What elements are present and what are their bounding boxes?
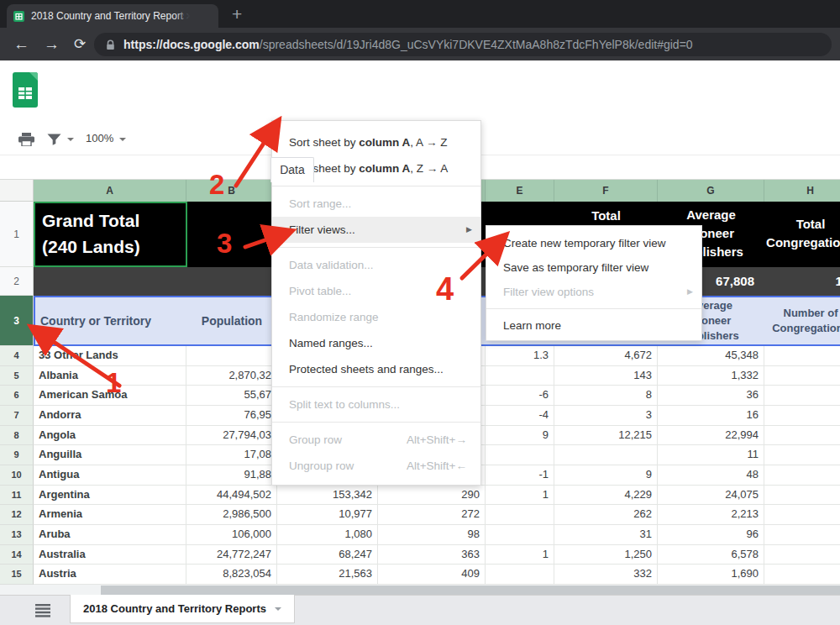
- cell-e[interactable]: [486, 505, 554, 525]
- menu-item-create-filter-view[interactable]: Create new temporary filter view: [486, 231, 701, 255]
- column-header-e[interactable]: E: [486, 180, 554, 202]
- column-header-a[interactable]: A: [34, 180, 186, 202]
- cell-f[interactable]: 1,250: [554, 545, 658, 565]
- cell-e[interactable]: 1: [486, 545, 554, 565]
- browser-tab[interactable]: 2018 Country and Territory Reports ×: [7, 4, 218, 28]
- cell-g[interactable]: 2,213: [658, 505, 764, 525]
- cell-population[interactable]: 8,823,054: [186, 565, 277, 585]
- cell-population[interactable]: 44,494,502: [186, 486, 277, 506]
- cell-g[interactable]: 16: [658, 406, 764, 426]
- horizontal-scrollbar-thumb[interactable]: [101, 586, 840, 595]
- cell-c[interactable]: 10,977: [277, 505, 378, 525]
- menu-item-learn-more[interactable]: Learn more: [486, 313, 701, 338]
- cell-g[interactable]: 48: [658, 465, 764, 486]
- cell-country[interactable]: 33 Other Lands: [34, 346, 186, 366]
- cell-country[interactable]: Aruba: [34, 525, 186, 545]
- cell-f[interactable]: 31: [554, 525, 658, 545]
- all-sheets-icon[interactable]: [35, 604, 50, 617]
- row-number[interactable]: 5: [0, 366, 34, 386]
- cell-f[interactable]: 12,215: [554, 426, 658, 446]
- cell-c[interactable]: 68,247: [277, 545, 378, 565]
- total-congregations-value-cell[interactable]: 119,954: [764, 267, 840, 296]
- cell-country[interactable]: Australia: [34, 545, 186, 565]
- menu-item-save-filter-view[interactable]: Save as temporary filter view: [486, 255, 701, 280]
- menu-data[interactable]: Data: [270, 157, 314, 182]
- cell-g[interactable]: 24,075: [658, 486, 764, 506]
- cell-f[interactable]: 9: [554, 465, 658, 486]
- print-icon[interactable]: [18, 133, 34, 146]
- cell-country[interactable]: Angola: [34, 426, 186, 446]
- total-publishers-header-cell[interactable]: Total: [554, 207, 658, 225]
- row-number[interactable]: 10: [0, 465, 34, 486]
- cell-h[interactable]: [764, 525, 840, 545]
- cell-country[interactable]: Armenia: [34, 505, 186, 525]
- cell-h[interactable]: [764, 486, 840, 506]
- cell-f[interactable]: 143: [554, 366, 658, 386]
- cell-e[interactable]: 1.3: [486, 346, 554, 366]
- cell-country[interactable]: American Samoa: [34, 386, 186, 406]
- reload-icon[interactable]: ⟳: [74, 28, 86, 60]
- column-header-b[interactable]: B: [186, 180, 277, 202]
- cell-population[interactable]: 27,794,03: [186, 426, 277, 446]
- row-header-2[interactable]: 2: [0, 267, 34, 296]
- row-number[interactable]: 7: [0, 406, 34, 426]
- cell-g[interactable]: 6,578: [658, 545, 764, 565]
- sheet-tab-caret-icon[interactable]: [275, 607, 281, 611]
- cell-g[interactable]: 36: [658, 386, 764, 406]
- menu-item-named-ranges[interactable]: Named ranges...: [272, 330, 480, 356]
- cell-e[interactable]: [486, 525, 554, 545]
- column-header-h[interactable]: H: [764, 180, 840, 202]
- filter-caret-icon[interactable]: [67, 138, 74, 141]
- cell-d[interactable]: 98: [378, 525, 486, 545]
- row-number[interactable]: 4: [0, 346, 34, 366]
- cell-g[interactable]: 22,994: [658, 426, 764, 446]
- row-number[interactable]: 15: [0, 565, 34, 585]
- cell-population[interactable]: 91,88: [186, 465, 277, 486]
- cell-population[interactable]: 2,986,500: [186, 505, 277, 525]
- row-header-3[interactable]: 3: [0, 296, 34, 346]
- total-congregations-header-cell[interactable]: Total Congregations: [764, 215, 840, 252]
- address-bar[interactable]: https://docs.google.com/spreadsheets/d/1…: [94, 33, 832, 56]
- sheet-tab[interactable]: 2018 Country and Territory Reports: [70, 595, 295, 623]
- cell-population[interactable]: 24,772,247: [186, 545, 277, 565]
- cell-population[interactable]: 106,000: [186, 525, 277, 545]
- cell-country[interactable]: Austria: [34, 565, 186, 585]
- column-header-g[interactable]: G: [658, 180, 764, 202]
- cell-population[interactable]: 76,95: [186, 406, 277, 426]
- menu-item-sort-sheet-az[interactable]: Sort sheet by column A, A → Z: [272, 129, 480, 155]
- cell-f[interactable]: 4,672: [554, 346, 658, 366]
- cell-h[interactable]: [764, 426, 840, 446]
- cell-e[interactable]: -1: [486, 465, 554, 486]
- back-icon[interactable]: ←: [13, 28, 29, 60]
- cell-country[interactable]: Albania: [34, 366, 186, 386]
- row-number[interactable]: 6: [0, 386, 34, 406]
- cell-g[interactable]: 1,332: [658, 366, 764, 386]
- cell-f[interactable]: 8: [554, 386, 658, 406]
- cell-h[interactable]: [764, 366, 840, 386]
- cell-e[interactable]: -4: [486, 406, 554, 426]
- filter-icon[interactable]: [47, 134, 61, 145]
- row-number[interactable]: 8: [0, 426, 34, 446]
- cell-h[interactable]: [764, 505, 840, 525]
- column-header-f[interactable]: F: [554, 180, 658, 202]
- cell-country[interactable]: Anguilla: [34, 445, 186, 465]
- cell-h[interactable]: [764, 386, 840, 406]
- cell-population[interactable]: [186, 346, 277, 366]
- menu-item-filter-views[interactable]: Filter views...▶: [272, 217, 480, 243]
- cell-f[interactable]: 3: [554, 406, 658, 426]
- menu-item-protected-sheets[interactable]: Protected sheets and ranges...: [272, 356, 480, 382]
- cell-h[interactable]: [764, 346, 840, 366]
- cell-d[interactable]: 272: [378, 505, 486, 525]
- cell-h[interactable]: [764, 545, 840, 565]
- cell-f[interactable]: [554, 445, 658, 465]
- cell-h[interactable]: [764, 406, 840, 426]
- cell-c[interactable]: 1,080: [277, 525, 378, 545]
- forward-icon[interactable]: →: [44, 28, 60, 60]
- cell-g[interactable]: 45,348: [658, 346, 764, 366]
- cell-h[interactable]: [764, 465, 840, 486]
- row-number[interactable]: 12: [0, 505, 34, 525]
- row-number[interactable]: 11: [0, 486, 34, 506]
- cell-e[interactable]: 9: [486, 426, 554, 446]
- cell-h[interactable]: [764, 565, 840, 585]
- row-number[interactable]: 9: [0, 445, 34, 465]
